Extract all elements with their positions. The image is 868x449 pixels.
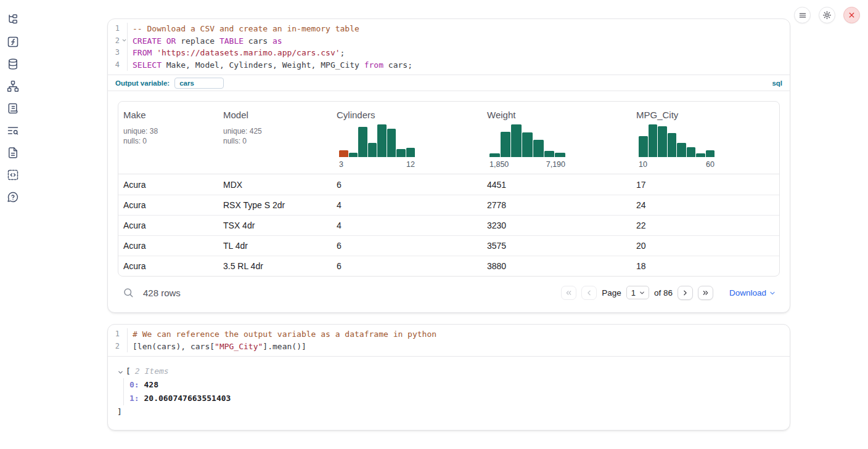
code-square-icon[interactable] (7, 169, 19, 181)
code-content: SELECT Make, Model, Cylinders, Weight, M… (127, 59, 790, 71)
table-row[interactable]: AcuraTSX 4dr4323022 (118, 215, 779, 235)
histogram-bar[interactable] (368, 143, 377, 157)
next-page-button[interactable] (678, 286, 693, 300)
network-icon[interactable] (7, 80, 19, 92)
tree-entry-value: 428 (139, 380, 158, 389)
shutdown-button[interactable] (843, 7, 860, 23)
python-code-editor[interactable]: 1# We can reference the output variable … (108, 325, 790, 356)
table-cell: Acura (118, 261, 218, 271)
help-circle-icon[interactable] (7, 191, 19, 203)
histogram-bar[interactable] (658, 126, 667, 157)
histogram-bar[interactable] (555, 153, 565, 157)
histogram-bar[interactable] (358, 127, 367, 157)
histogram-bars (339, 124, 415, 157)
code-line[interactable]: 4SELECT Make, Model, Cylinders, Weight, … (108, 59, 790, 71)
column-histogram[interactable]: 312 (339, 124, 415, 169)
histogram-bar[interactable] (349, 153, 358, 157)
output-variable-input[interactable] (174, 78, 224, 89)
table-cell: Acura (118, 180, 218, 190)
page-select[interactable]: 1 (626, 286, 649, 299)
histogram-bar[interactable] (544, 151, 555, 157)
fold-chevron-icon[interactable] (121, 38, 127, 43)
search-icon[interactable] (123, 287, 134, 298)
table-cell: 6 (332, 180, 482, 190)
column-header-model[interactable]: Modelunique: 425nulls: 0 (218, 102, 332, 174)
histogram-bar[interactable] (668, 133, 677, 157)
histogram-bar[interactable] (511, 124, 522, 157)
table-row[interactable]: AcuraTL 4dr6357520 (118, 235, 779, 256)
chevrons-left-icon (565, 289, 573, 297)
column-title: MPG_City (636, 110, 774, 120)
line-number: 2 (108, 35, 127, 47)
histogram-bar[interactable] (396, 149, 406, 157)
folder-tree-icon[interactable] (7, 14, 19, 26)
table-cell: 6 (332, 241, 482, 251)
collapse-chevron-icon[interactable] (117, 369, 124, 376)
code-line[interactable]: 2[len(cars), cars["MPG_City"].mean()] (108, 341, 790, 353)
column-header-make[interactable]: Makeunique: 38nulls: 0 (118, 102, 218, 174)
table-row[interactable]: Acura3.5 RL 4dr6388018 (118, 256, 779, 276)
histogram-bar[interactable] (387, 129, 396, 157)
table-cell: MDX (218, 180, 332, 190)
null-count: nulls: 0 (223, 136, 327, 146)
tree-entries: 0: 4281: 20.060747663551403 (123, 378, 780, 405)
unique-count: unique: 38 (123, 126, 213, 136)
table-footer: 428 rows Page 1 (118, 283, 780, 302)
table-cell: 6 (332, 261, 482, 271)
table-cell: 3575 (482, 241, 631, 251)
histogram-bar[interactable] (489, 153, 500, 157)
table-cell: 4451 (482, 180, 631, 190)
download-label: Download (729, 288, 766, 297)
histogram-bar[interactable] (533, 140, 544, 157)
column-histogram[interactable]: 1,8507,190 (489, 124, 565, 169)
code-line[interactable]: 1# We can reference the output variable … (108, 328, 790, 341)
previous-page-button[interactable] (581, 286, 597, 300)
histogram-bars (639, 124, 714, 157)
histogram-bar[interactable] (687, 147, 696, 157)
column-histogram[interactable]: 1060 (639, 124, 714, 169)
download-button[interactable]: Download (729, 288, 776, 297)
code-line[interactable]: 2CREATE OR replace TABLE cars as (108, 35, 790, 47)
column-header-mpg_city[interactable]: MPG_City1060 (631, 102, 779, 174)
histogram-bar[interactable] (696, 153, 705, 157)
table-header-row: Makeunique: 38nulls: 0Modelunique: 425nu… (118, 102, 779, 174)
axis-max-label: 60 (706, 160, 714, 169)
column-header-weight[interactable]: Weight1,8507,190 (482, 102, 631, 174)
histogram-bar[interactable] (339, 150, 348, 157)
file-text-icon[interactable] (7, 147, 19, 159)
code-line[interactable]: 3FROM 'https://datasets.marimo.app/cars.… (108, 47, 790, 59)
table-cell: Acura (118, 200, 218, 210)
page-total-label: of 86 (654, 288, 673, 297)
menu-button[interactable] (794, 7, 811, 23)
histogram-axis: 1060 (639, 160, 714, 169)
histogram-bar[interactable] (377, 124, 387, 157)
notebook-actions (794, 7, 860, 23)
histogram-bar[interactable] (501, 132, 511, 157)
table-cell: 4 (332, 200, 482, 210)
histogram-bar[interactable] (649, 124, 658, 157)
column-title: Cylinders (337, 110, 477, 120)
histogram-bar[interactable] (639, 136, 648, 157)
table-cell: 3.5 RL 4dr (218, 261, 332, 271)
histogram-bar[interactable] (522, 132, 533, 157)
database-icon[interactable] (7, 58, 19, 70)
histogram-bar[interactable] (406, 148, 416, 157)
table-row[interactable]: AcuraRSX Type S 2dr4277824 (118, 195, 779, 215)
output-variable-label: Output variable: (115, 79, 170, 87)
sql-cell: 1-- Download a CSV and create an in-memo… (107, 18, 790, 313)
chevron-down-icon (769, 289, 776, 297)
table-cell: TSX 4dr (218, 220, 332, 230)
histogram-bar[interactable] (706, 150, 715, 157)
last-page-button[interactable] (698, 286, 713, 300)
function-square-icon[interactable] (7, 36, 19, 48)
table-row[interactable]: AcuraMDX6445117 (118, 174, 779, 195)
axis-max-label: 12 (406, 160, 415, 169)
settings-button[interactable] (819, 7, 835, 23)
first-page-button[interactable] (561, 286, 576, 300)
column-header-cylinders[interactable]: Cylinders312 (332, 102, 482, 174)
text-search-icon[interactable] (7, 124, 19, 137)
histogram-bar[interactable] (677, 143, 686, 157)
scroll-text-icon[interactable] (7, 102, 19, 115)
sql-code-editor[interactable]: 1-- Download a CSV and create an in-memo… (108, 19, 790, 75)
code-line[interactable]: 1-- Download a CSV and create an in-memo… (108, 23, 790, 35)
